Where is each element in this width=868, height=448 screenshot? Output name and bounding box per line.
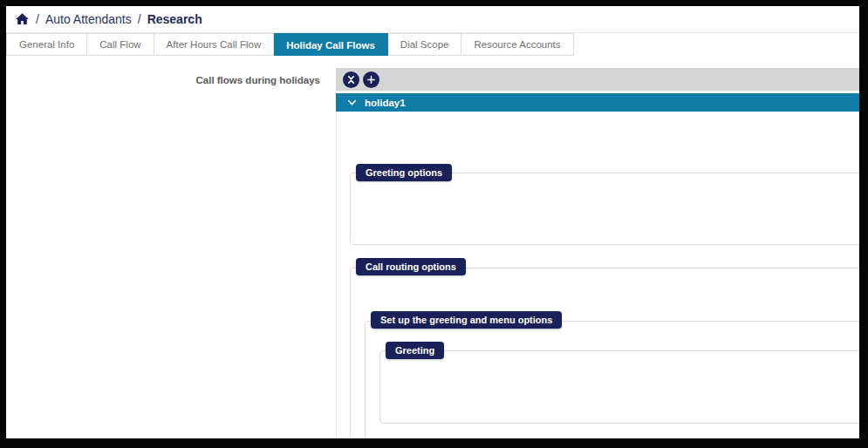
breadcrumb-separator: / bbox=[138, 12, 141, 26]
call-routing-legend: Call routing options bbox=[356, 258, 466, 275]
breadcrumb: / Auto Attendants / Research bbox=[6, 6, 859, 32]
home-icon[interactable] bbox=[15, 12, 30, 26]
holiday-label: Holiday bbox=[686, 149, 859, 160]
breadcrumb-item-research: Research bbox=[147, 12, 202, 26]
flows-toolbar bbox=[336, 68, 859, 91]
tab-general-info[interactable]: General Info bbox=[6, 33, 87, 56]
breadcrumb-item-auto-attendants[interactable]: Auto Attendants bbox=[45, 12, 132, 26]
breadcrumb-header: / Auto Attendants / Research bbox=[6, 6, 859, 32]
tab-dial-scope[interactable]: Dial Scope bbox=[388, 33, 462, 56]
screenshot-frame: / Auto Attendants / Research General Inf… bbox=[0, 0, 868, 448]
accordion-title: holiday1 bbox=[365, 98, 406, 108]
tab-call-flow[interactable]: Call Flow bbox=[87, 33, 154, 56]
audio-file-row: Audio File bbox=[337, 397, 858, 415]
audio-file-label: Audio File bbox=[703, 401, 859, 411]
greeting-audio-options-row: Options bbox=[337, 375, 858, 392]
greeting-options-options-label: Options bbox=[686, 202, 859, 213]
breadcrumb-separator: / bbox=[36, 12, 39, 26]
greeting-legend: Greeting bbox=[386, 342, 444, 359]
app-page: / Auto Attendants / Research General Inf… bbox=[6, 6, 859, 438]
greeting-message-row: Message bbox=[337, 222, 858, 240]
tab-bar: General Info Call Flow After Hours Call … bbox=[6, 32, 859, 56]
tab-resource-accounts[interactable]: Resource Accounts bbox=[461, 33, 573, 56]
accordion-body: Name Holiday Greeting options Options bbox=[336, 112, 859, 438]
add-call-flow-button[interactable] bbox=[363, 71, 379, 88]
collapse-all-button[interactable] bbox=[343, 71, 359, 88]
setup-menu-legend: Set up the greeting and menu options bbox=[371, 311, 562, 329]
call-routing-options-label: Options bbox=[686, 296, 859, 307]
accordion-header-holiday1[interactable]: holiday1 bbox=[336, 93, 859, 112]
greeting-options-legend: Greeting options bbox=[356, 164, 452, 181]
collapse-all-icon bbox=[346, 75, 356, 85]
tab-holiday-call-flows[interactable]: Holiday Call Flows bbox=[274, 33, 388, 56]
plus-icon bbox=[366, 75, 376, 85]
tab-content: Call flows during holidays bbox=[6, 56, 859, 438]
tab-after-hours-call-flow[interactable]: After Hours Call Flow bbox=[154, 33, 275, 56]
chevron-down-icon bbox=[347, 98, 357, 106]
call-routing-options-row: Options bbox=[337, 293, 858, 310]
holiday-flows-panel: holiday1 Name Holiday bbox=[336, 68, 859, 438]
name-row: Name bbox=[337, 123, 858, 140]
holiday-row: Holiday bbox=[337, 146, 858, 163]
name-label: Name bbox=[686, 126, 859, 137]
greeting-options-options-row: Options bbox=[337, 199, 858, 216]
section-label: Call flows during holidays bbox=[93, 75, 320, 85]
greeting-message-label: Message bbox=[686, 226, 859, 236]
greeting-audio-options-label: Options bbox=[703, 378, 859, 389]
